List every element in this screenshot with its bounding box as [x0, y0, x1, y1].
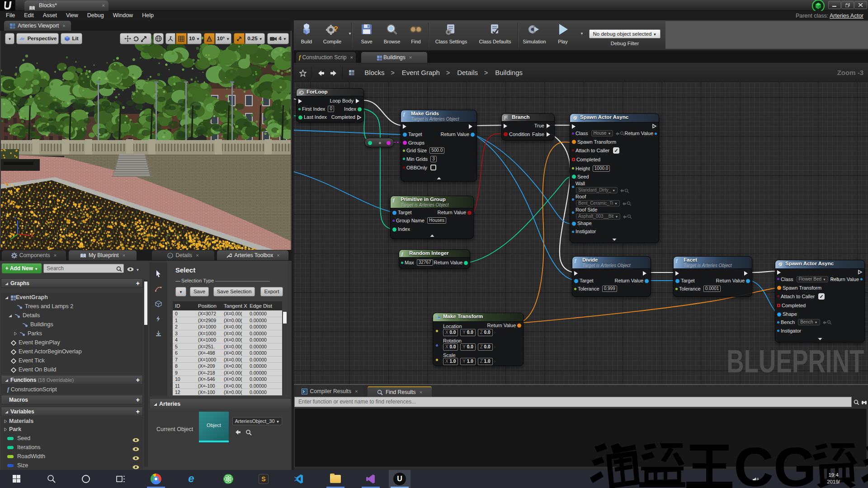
svg-text:i: i: [170, 254, 170, 258]
svg-text:Y: Y: [14, 216, 17, 221]
svg-text:CG: CG: [734, 443, 816, 488]
svg-text:X: X: [31, 234, 33, 238]
svg-text:?: ?: [334, 25, 338, 33]
